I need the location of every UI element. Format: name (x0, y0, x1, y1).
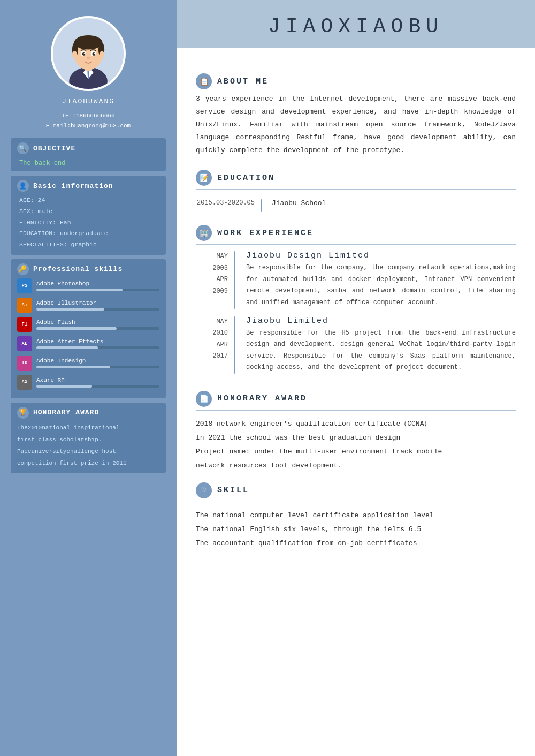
work-icon: 🏢 (196, 225, 212, 241)
objective-text: The back-end (17, 157, 159, 167)
edu-row: 2015.03-2020.05 Jiaobu School (196, 196, 516, 215)
honorary-main-line: In 2021 the school was the best graduati… (196, 431, 516, 445)
skill-line: The national English six levels, through… (196, 523, 516, 536)
work-list: MAY 2003 APR 2009 Jiaobu Design Limited … (196, 251, 516, 381)
sidebar-skills-header: 🔑 Professional skills (17, 263, 159, 275)
work-month1: MAY (196, 251, 228, 263)
education-divider (196, 189, 516, 190)
skill-bar-fill (36, 346, 98, 349)
skill-item: AX Axure RP (17, 375, 159, 390)
skill-info: Adobe Photoshop (36, 281, 159, 291)
honorary-main-line: 2018 network engineer's qualification ce… (196, 417, 516, 431)
honorary-line: competition first prize in 2011 (17, 457, 159, 469)
skills-label: Professional skills (33, 265, 123, 273)
work-content: Jiaobu Design Limited Be responsible for… (242, 251, 516, 308)
skill-item: PS Adobe Photoshop (17, 278, 159, 293)
sidebar-honorary-section: 🏆 HONORARY AWARD The2010national inspira… (11, 403, 166, 473)
work-year1: 2010 (196, 328, 228, 339)
work-title: Jiaobu Limited (246, 316, 516, 326)
sidebar-basic-section: 👤 Basic information AGE: 24 SEX: male ET… (11, 176, 166, 254)
objective-icon: 🔍 (17, 142, 29, 154)
honorary-label: HONORARY AWARD (33, 409, 99, 417)
skill-bar-fill (36, 327, 117, 330)
sidebar-contact: TEL:18666666666 E-mail:huangrong@163.com (46, 111, 131, 131)
skill-icon: ♡ (196, 482, 212, 498)
work-divider-line (234, 251, 235, 308)
main-header: JIAOXIAOBU (177, 0, 535, 48)
svg-point-14 (93, 52, 96, 56)
main-title: JIAOXIAOBU (196, 15, 516, 38)
svg-point-17 (87, 57, 90, 59)
sidebar-name: JIAOBUWANG (62, 97, 114, 105)
skill-name: Axure RP (36, 377, 159, 383)
skill-bar-bg (36, 346, 159, 349)
svg-point-6 (74, 35, 103, 49)
skill-info: Adobe Illustrator (36, 300, 159, 311)
honorary-line: first-class scholarship. (17, 434, 159, 445)
work-desc: Be responsible for the H5 project from t… (246, 328, 516, 374)
svg-point-10 (100, 51, 104, 58)
skill-badge-fl: Fl (17, 317, 32, 332)
skill-line: The national computer level certificate … (196, 509, 516, 523)
honorary-main-text: 2018 network engineer's qualification ce… (196, 417, 516, 473)
work-content: Jiaobu Limited Be responsible for the H5… (242, 316, 516, 374)
basic-specialities: SPECIALITIES: graphic (19, 239, 159, 251)
sidebar-tel: TEL:18666666666 (62, 112, 114, 119)
skill-bar-fill (36, 289, 123, 291)
honorary-main-line: network resources tool development. (196, 459, 516, 473)
sidebar-basic-header: 👤 Basic information (17, 180, 159, 192)
svg-point-16 (94, 53, 95, 54)
honorary-line: The2010national inspirational (17, 422, 159, 434)
objective-label: OBJECTIVE (33, 145, 75, 153)
skill-item: Fl Adobe Flash (17, 317, 159, 332)
skill-info: Adobe Indesign (36, 358, 159, 368)
skills-list: PS Adobe Photoshop Ai Adobe Illustrator … (17, 278, 159, 390)
work-divider-line (234, 316, 235, 374)
work-section-header: 🏢 WORK EXPERIENCE (196, 225, 516, 241)
sidebar-skills-section: 🔑 Professional skills PS Adobe Photoshop… (11, 259, 166, 398)
skill-bar-bg (36, 385, 159, 388)
work-divider (196, 244, 516, 245)
work-title: Jiaobu Design Limited (246, 251, 516, 260)
honorary-main-icon: 📄 (196, 391, 212, 407)
honorary-main-label: HONORARY AWARD (217, 394, 307, 403)
sidebar-objective-section: 🔍 OBJECTIVE The back-end (11, 138, 166, 171)
svg-point-15 (84, 53, 85, 54)
skill-bar-bg (36, 308, 159, 311)
skill-line: The accountant qualification from on-job… (196, 536, 516, 550)
skill-name: Adobe Flash (36, 319, 159, 326)
avatar (51, 16, 126, 91)
edu-dates: 2015.03-2020.05 (196, 199, 255, 212)
skill-text: The national computer level certificate … (196, 509, 516, 550)
honorary-line: Paceuniversitychallenge host (17, 445, 159, 457)
skill-info: Adobe Flash (36, 319, 159, 330)
work-dates: MAY 2010 APR 2017 (196, 316, 228, 374)
basic-sex: SEX: male (19, 206, 159, 217)
skill-item: AE Adobe After Effects (17, 336, 159, 351)
skill-badge-ax: AX (17, 375, 32, 390)
skill-info: Axure RP (36, 377, 159, 388)
skill-badge-id: ID (17, 356, 32, 371)
skill-name: Adobe Photoshop (36, 281, 159, 287)
skill-name: Adobe Illustrator (36, 300, 159, 306)
skill-info: Adobe After Effects (36, 338, 159, 349)
honorary-main-divider (196, 410, 516, 411)
skill-bar-fill (36, 385, 92, 388)
work-entry: MAY 2003 APR 2009 Jiaobu Design Limited … (196, 251, 516, 308)
sidebar: JIAOBUWANG TEL:18666666666 E-mail:huangr… (0, 0, 177, 756)
edu-line (261, 199, 262, 212)
skill-name: Adobe Indesign (36, 358, 159, 364)
basic-label: Basic information (33, 182, 113, 190)
work-month1: MAY (196, 316, 228, 328)
skill-section-header: ♡ SKILL (196, 482, 516, 498)
basic-ethnicity: ETHNICITY: Han (19, 217, 159, 229)
edu-school: Jiaobu School (269, 199, 326, 212)
basic-content: AGE: 24 SEX: male ETHNICITY: Han EDUCATI… (17, 195, 159, 250)
skill-bar-fill (36, 308, 104, 311)
about-section-header: 📋 ABOUT ME (196, 73, 516, 89)
skill-label: SKILL (217, 486, 249, 495)
about-text: 3 years experience in the Internet devel… (196, 93, 516, 157)
skill-name: Adobe After Effects (36, 338, 159, 345)
skills-icon: 🔑 (17, 263, 29, 275)
work-month2: APR (196, 274, 228, 286)
